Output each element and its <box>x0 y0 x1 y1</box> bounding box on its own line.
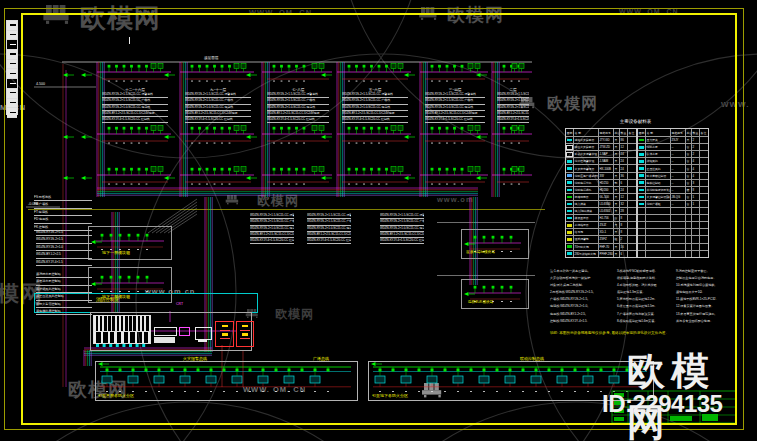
signoff-mark <box>10 112 16 113</box>
signoff-cell <box>7 50 17 60</box>
legend-cell <box>638 144 645 150</box>
legend-cell <box>566 208 573 214</box>
signoff-mark <box>10 63 16 64</box>
legend-cell: 8 <box>619 215 627 221</box>
legend-cell <box>691 251 699 257</box>
floor-spec-block: 三~四层WDZN-RYJS-2×1.5-SC15-CC 报警总线WDZN-RYJ… <box>425 88 485 123</box>
legend-row <box>638 228 708 235</box>
legend-row: 压力开关ZSJY只2 <box>638 136 708 143</box>
annotation-line: 接防火卷帘控制箱 <box>36 301 92 308</box>
legend-symbol-icon <box>567 189 572 192</box>
legend-cell <box>566 201 573 207</box>
legend-symbol-icon <box>567 196 572 199</box>
note-line: 6.楼层显示器底边距地1.5m。 <box>617 303 658 310</box>
signoff-cell <box>7 99 17 109</box>
terminal-grid-panel <box>93 315 151 332</box>
signoff-cell <box>7 31 17 41</box>
legend-row: 手动火灾报警按钮J-SAP只24 <box>566 150 636 157</box>
legend-cell: FHF-70 <box>598 244 613 250</box>
legend-cell <box>670 222 685 228</box>
monitor-base-icon <box>198 340 207 342</box>
legend-row: 湿式报警阀ZSFZ组2 <box>566 235 636 242</box>
legend-symbol-icon <box>567 174 572 177</box>
module-box <box>88 226 172 260</box>
note-line: 并与各专业图纸配合使用。 <box>676 318 719 325</box>
legend-cell <box>638 165 645 171</box>
legend-row <box>638 207 708 214</box>
legend-cell: 图例 <box>638 129 645 136</box>
legend-cell: ZSJY <box>670 137 685 143</box>
legend-cell: 备注 <box>627 129 636 136</box>
signoff-mark <box>10 73 16 74</box>
legend-cell <box>566 165 573 171</box>
legend-cell: 非消防电源切除装置 <box>645 187 670 193</box>
legend-cell: 24 <box>619 165 627 171</box>
legend-symbol-icon <box>639 153 644 156</box>
annotation-line: FT 电话线 <box>34 209 92 216</box>
legend-row: 火灾声光警报器HX-100B只24 <box>566 164 636 171</box>
cad-label: 地下一层模块箱 <box>102 250 130 255</box>
legend-cell <box>699 187 708 193</box>
legend-symbol-icon <box>639 139 644 142</box>
annotation-line: WDZN-KYJY-4×1.5 <box>36 259 92 266</box>
signoff-mark <box>10 92 16 93</box>
riser-spec-block: WDZN-RYJS-2×1.5-SC15-CC 报警总线WDZN-RYJS-2×… <box>250 213 294 244</box>
legend-cell: 3W <box>598 173 613 179</box>
riser-spec-block: WDZN-RYJS-2×1.5-SC15-CC 报警总线WDZN-RYJS-2×… <box>307 213 351 244</box>
signoff-cell <box>7 79 17 89</box>
monitor-icon <box>195 327 212 340</box>
legend-cell <box>691 244 699 250</box>
yellow-note: 说明: 本图所示设备规格型号仅供参考, 最终以经审定的深化设计文件为准。 <box>550 331 669 335</box>
legend-cell <box>566 236 573 242</box>
annotation-line: WDZN-BYJ-2×2.5 <box>36 251 92 258</box>
spec-line: WDZN-KYJY-4×1.5-SC20-CC 控制线 <box>185 117 251 123</box>
legend-symbol-icon <box>567 210 572 213</box>
legend-row: 信号阀XD-1只8 <box>566 228 636 235</box>
interface-module-icon <box>179 327 190 336</box>
legend-cell: -- <box>670 201 685 207</box>
legend-cell: 32 <box>619 201 627 207</box>
legend-cell <box>638 158 645 164</box>
legend-symbol-icon <box>567 217 572 220</box>
note-line: 控制器主电源引自消防电源。 <box>676 275 719 282</box>
legend-cell: 6 <box>619 180 627 186</box>
annotation-block: FS 报警总线FB 广播线FT 电话线FD 电源线FK 控制线 <box>34 194 92 231</box>
legend-cell: 280℃排烟防火阀 <box>573 251 598 257</box>
legend-cell: ZSFZ <box>598 236 613 242</box>
legend-table: 图例名 称规格型号单位数量备注感烟火灾探测器JTY-GD只86感温火灾探测器JT… <box>565 128 709 258</box>
annotation-line: WDZN-RYJS-2×1.5 <box>36 229 92 236</box>
legend-cell: 湿式报警阀 <box>573 236 598 242</box>
cad-label: 引至首层各防火分区 <box>98 393 134 398</box>
legend-cell <box>691 229 699 235</box>
legend-cell: 消防电话插孔 <box>573 187 598 193</box>
legend-cell: 电梯控制箱 <box>645 180 670 186</box>
legend-cell <box>638 201 645 207</box>
legend-cell <box>638 137 645 143</box>
legend-row: 水流指示器ZSJZ只8 <box>566 221 636 228</box>
legend-cell <box>691 215 699 221</box>
legend-cell <box>627 194 636 200</box>
printer-icon <box>154 337 175 343</box>
legend-cell <box>566 173 573 179</box>
note-line: 3.线路均穿SC镀锌钢管沿墙、 <box>617 268 658 275</box>
legend-cell <box>699 173 708 179</box>
legend-row: 楼层显示器HJ-756台8 <box>566 214 636 221</box>
spec-line: WDZN-KYJY-4×1.5-SC20-CC 控制线 <box>250 238 294 244</box>
legend-cell <box>638 222 645 228</box>
note-line: 10.系统接地利用综合接地极, <box>676 282 719 289</box>
legend-cell <box>670 215 685 221</box>
legend-cell <box>566 244 573 250</box>
legend-symbol-icon <box>567 160 572 163</box>
power-cabinet-icon <box>215 321 234 347</box>
legend-symbol-icon <box>567 224 572 227</box>
legend-row: 电梯控制箱--台3 <box>638 179 708 186</box>
keypad-icon <box>154 327 177 336</box>
legend-cell: 备注 <box>699 129 708 136</box>
legend-row: 喷淋水泵--台2 <box>638 150 708 157</box>
legend-cell <box>645 244 670 250</box>
riser-top-label: 接屋面层 <box>204 56 218 60</box>
legend-row: 正压送风机--台4 <box>638 164 708 171</box>
legend-symbol-icon <box>567 167 572 170</box>
legend-cell <box>638 215 645 221</box>
legend-cell: 28 <box>619 208 627 214</box>
